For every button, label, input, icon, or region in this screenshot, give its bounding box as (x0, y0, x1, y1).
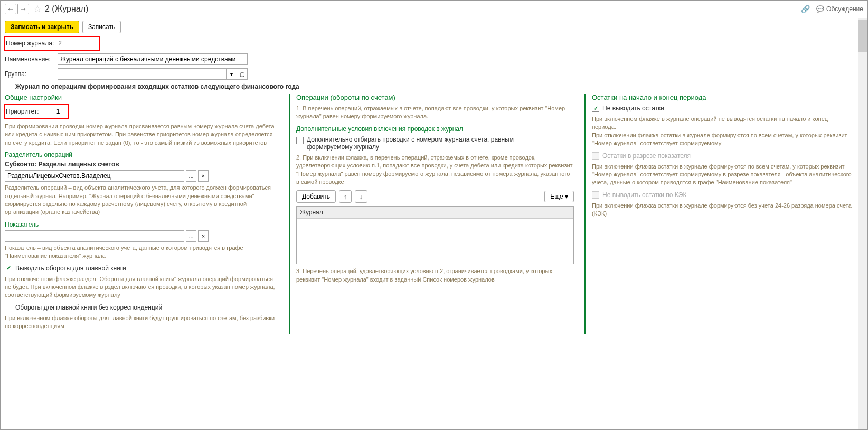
hide-balances-label: Не выводить остатки (602, 105, 664, 112)
forward-button[interactable]: → (17, 4, 29, 14)
turnover-no-corr-help: При включенном флажке обороты для главно… (5, 314, 278, 331)
subkonto-clear-button[interactable]: × (198, 170, 209, 182)
group-dropdown-button[interactable]: ▾ (227, 68, 237, 80)
name-label: Наименование: (5, 55, 58, 63)
priority-input[interactable] (41, 106, 62, 117)
page-title: 2 (Журнал) (45, 4, 88, 14)
discuss-label: Обсуждение (826, 5, 863, 13)
operations-text3: 3. Перечень операций, удовлетворяющих ус… (296, 267, 574, 284)
save-button[interactable]: Записать (82, 21, 121, 33)
balances-by-indicator-checkbox (592, 152, 599, 160)
indicator-title: Показатель (5, 221, 278, 228)
scrollbar-thumb[interactable] (858, 20, 867, 52)
journal-number-label: Номер журнала: (6, 40, 54, 47)
show-turnover-checkbox[interactable] (5, 265, 12, 272)
group-label: Группа: (5, 70, 58, 78)
no-kek-help: При включении флажка остатки в журнале ф… (592, 202, 853, 218)
table-header-journal: Журнал (297, 207, 573, 219)
no-kek-checkbox (592, 191, 599, 199)
show-turnover-label: Выводить обороты для главной книги (15, 265, 126, 272)
show-turnover-help: При отключенном флажке раздел "Обороты д… (5, 275, 278, 300)
additional-filter-label: Дополнительно отбирать проводки с номеро… (307, 136, 539, 151)
incoming-balance-label: Журнал по операциям формирования входящи… (15, 83, 299, 90)
back-button[interactable]: ← (5, 4, 16, 14)
priority-label: Приоритет: (6, 108, 39, 115)
balances-title: Остатки на начало и конец периода (592, 94, 853, 101)
chat-icon: 💬 (816, 5, 824, 13)
indicator-help: Показатель – вид объекта аналитического … (5, 244, 278, 260)
incoming-balance-checkbox[interactable] (5, 83, 12, 90)
link-icon[interactable]: 🔗 (801, 5, 810, 13)
additional-filter-checkbox[interactable] (296, 137, 304, 144)
group-input[interactable] (58, 68, 227, 80)
operations-text1: 1. В перечень операций, отражаемых в отч… (296, 105, 574, 121)
name-input[interactable] (58, 53, 248, 65)
additional-conditions-title: Дополнительные условия включения проводо… (296, 125, 574, 133)
no-kek-label: Не выводить остатки по КЭК (602, 191, 686, 199)
favorite-star-icon[interactable]: ☆ (33, 3, 42, 15)
by-indicator-help: При включении флажка остатки в журнале ф… (592, 163, 853, 187)
indicator-clear-button[interactable]: × (198, 230, 209, 242)
divider-title: Разделитель операций (5, 151, 278, 158)
hide-balances-checkbox[interactable] (592, 105, 599, 112)
divider-help: Разделитель операций – вид объекта анали… (5, 184, 278, 217)
priority-help: При формировании проводки номер журнала … (5, 123, 278, 147)
subkonto-select-button[interactable]: ... (186, 170, 196, 182)
more-button[interactable]: Еще ▾ (544, 191, 574, 202)
general-settings-title: Общие настройки (5, 94, 278, 101)
group-open-button[interactable]: ▢ (237, 68, 248, 80)
subkonto-input[interactable] (5, 170, 184, 182)
journals-table[interactable]: Журнал (296, 206, 574, 264)
turnover-no-corr-checkbox[interactable] (5, 304, 12, 311)
indicator-select-button[interactable]: ... (186, 230, 196, 242)
indicator-input[interactable] (5, 230, 184, 242)
move-up-button[interactable]: ↑ (339, 190, 352, 203)
save-and-close-button[interactable]: Записать и закрыть (5, 21, 79, 33)
vertical-scrollbar[interactable] (858, 18, 867, 429)
operations-title: Операции (обороты по счетам) (296, 94, 574, 101)
hide-balances-help: При включенном флажке в журнале операций… (592, 115, 853, 148)
add-button[interactable]: Добавить (296, 190, 336, 203)
subkonto-title: Субконто: Разделы лицевых счетов (5, 161, 278, 168)
turnover-no-corr-label: Обороты для главной книги без корреспонд… (15, 304, 162, 311)
move-down-button[interactable]: ↓ (355, 190, 367, 203)
operations-text2: 2. При включении флажка, в перечень опер… (296, 154, 574, 186)
discuss-button[interactable]: 💬 Обсуждение (816, 5, 863, 13)
journal-number-input[interactable] (56, 38, 88, 49)
balances-by-indicator-label: Остатки в разрезе показателя (602, 152, 691, 160)
